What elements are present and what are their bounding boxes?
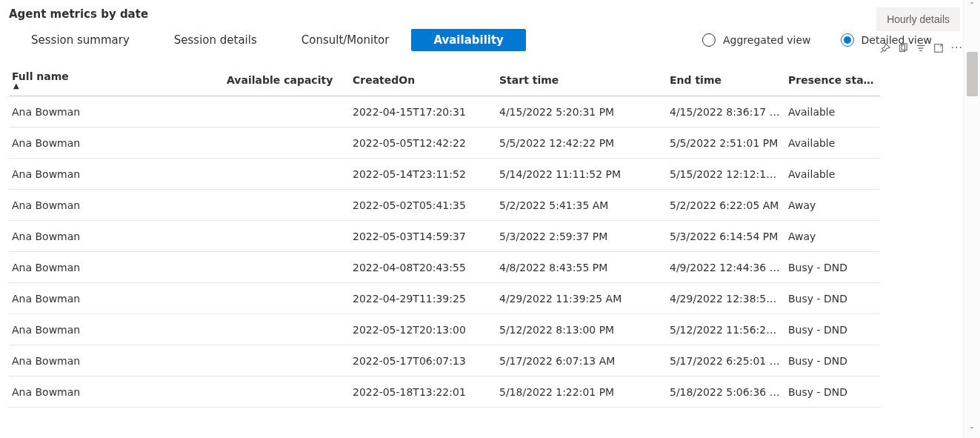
- cell-full-name: Ana Bowman: [9, 324, 224, 336]
- cell-full-name: Ana Bowman: [9, 230, 224, 242]
- cell-start-time: 5/17/2022 6:07:13 AM: [496, 355, 667, 367]
- cell-createdon: 2022-05-05T12:42:22: [350, 137, 496, 149]
- cell-end-time: 5/17/2022 6:25:01 AM: [667, 355, 785, 367]
- table-row[interactable]: Ana Bowman2022-05-05T12:42:225/5/2022 12…: [9, 127, 880, 159]
- col-header-presence-status[interactable]: Presence status: [785, 74, 880, 86]
- cell-createdon: 2022-04-08T20:43:55: [350, 262, 496, 273]
- cell-start-time: 5/18/2022 1:22:01 PM: [496, 386, 667, 398]
- cell-presence-status: Busy - DND: [785, 324, 880, 336]
- scroll-down-icon[interactable]: ˇ: [964, 426, 980, 437]
- pin-icon[interactable]: [880, 43, 890, 53]
- sort-ascending-icon: ▲: [12, 82, 221, 90]
- cell-presence-status: Available: [785, 106, 880, 118]
- tab-session-summary[interactable]: Session summary: [9, 29, 152, 51]
- col-header-start-time[interactable]: Start time: [496, 74, 667, 86]
- cell-presence-status: Busy - DND: [785, 386, 880, 398]
- cell-presence-status: Away: [785, 230, 880, 242]
- cell-end-time: 5/2/2022 6:22:05 AM: [667, 199, 785, 211]
- cell-createdon: 2022-04-15T17:20:31: [350, 106, 496, 118]
- availability-table: Full name ▲ Available capacity CreatedOn…: [9, 64, 880, 408]
- cell-createdon: 2022-05-02T05:41:35: [350, 199, 496, 211]
- cell-full-name: Ana Bowman: [9, 262, 224, 273]
- cell-full-name: Ana Bowman: [9, 355, 224, 367]
- cell-end-time: 4/15/2022 8:36:17 PM: [667, 106, 785, 118]
- more-options-icon[interactable]: ···: [951, 42, 963, 55]
- cell-createdon: 2022-05-14T23:11:52: [350, 168, 496, 180]
- cell-end-time: 4/29/2022 12:38:53 PM: [667, 293, 785, 305]
- cell-presence-status: Busy - DND: [785, 355, 880, 367]
- scroll-up-icon[interactable]: ˆ: [964, 1, 980, 12]
- cell-presence-status: Busy - DND: [785, 262, 880, 273]
- cell-end-time: 5/15/2022 12:12:19 AM: [667, 168, 785, 180]
- cell-full-name: Ana Bowman: [9, 106, 224, 118]
- col-header-end-time[interactable]: End time: [667, 74, 785, 86]
- cell-start-time: 5/14/2022 11:11:52 PM: [496, 168, 667, 180]
- cell-full-name: Ana Bowman: [9, 386, 224, 398]
- table-row[interactable]: Ana Bowman2022-04-08T20:43:554/8/2022 8:…: [9, 252, 880, 283]
- col-header-available-capacity[interactable]: Available capacity: [224, 74, 350, 86]
- tab-session-details[interactable]: Session details: [152, 29, 279, 51]
- filter-icon[interactable]: [916, 43, 926, 53]
- cell-start-time: 5/2/2022 5:41:35 AM: [496, 199, 667, 211]
- visual-action-bar: ···: [880, 42, 963, 55]
- scroll-thumb[interactable]: [967, 52, 978, 96]
- tab-consult-monitor[interactable]: Consult/Monitor: [279, 29, 412, 51]
- table-header-row: Full name ▲ Available capacity CreatedOn…: [9, 64, 880, 96]
- table-row[interactable]: Ana Bowman2022-05-18T13:22:015/18/2022 1…: [9, 376, 880, 408]
- aggregated-view-radio[interactable]: Aggregated view: [702, 33, 811, 47]
- cell-createdon: 2022-05-18T13:22:01: [350, 386, 496, 398]
- cell-createdon: 2022-05-03T14:59:37: [350, 230, 496, 242]
- cell-createdon: 2022-05-17T06:07:13: [350, 355, 496, 367]
- cell-start-time: 5/12/2022 8:13:00 PM: [496, 324, 667, 336]
- cell-start-time: 4/29/2022 11:39:25 AM: [496, 293, 667, 305]
- table-row[interactable]: Ana Bowman2022-05-14T23:11:525/14/2022 1…: [9, 159, 880, 190]
- radio-icon: [702, 33, 716, 47]
- cell-start-time: 4/8/2022 8:43:55 PM: [496, 262, 667, 273]
- cell-full-name: Ana Bowman: [9, 293, 224, 305]
- radio-icon: [841, 33, 854, 47]
- cell-end-time: 5/12/2022 11:56:20 PM: [667, 324, 785, 336]
- cell-presence-status: Away: [785, 199, 880, 211]
- cell-end-time: 5/3/2022 6:14:54 PM: [667, 230, 785, 242]
- table-row[interactable]: Ana Bowman2022-05-12T20:13:005/12/2022 8…: [9, 314, 880, 345]
- table-row[interactable]: Ana Bowman2022-05-17T06:07:135/17/2022 6…: [9, 345, 880, 376]
- cell-end-time: 4/9/2022 12:44:36 AM: [667, 262, 785, 273]
- table-row[interactable]: Ana Bowman2022-05-02T05:41:355/2/2022 5:…: [9, 190, 880, 221]
- cell-start-time: 5/3/2022 2:59:37 PM: [496, 230, 667, 242]
- cell-start-time: 4/15/2022 5:20:31 PM: [496, 106, 667, 118]
- cell-createdon: 2022-05-12T20:13:00: [350, 324, 496, 336]
- col-header-createdon[interactable]: CreatedOn: [350, 74, 496, 86]
- cell-presence-status: Available: [785, 137, 880, 149]
- col-header-full-name[interactable]: Full name ▲: [9, 70, 224, 90]
- cell-full-name: Ana Bowman: [9, 137, 224, 149]
- cell-full-name: Ana Bowman: [9, 199, 224, 211]
- cell-presence-status: Busy - DND: [785, 293, 880, 305]
- cell-presence-status: Available: [785, 168, 880, 180]
- radio-label: Aggregated view: [723, 34, 811, 46]
- vertical-scrollbar[interactable]: ˆ ˇ: [963, 0, 980, 438]
- tab-availability[interactable]: Availability: [411, 29, 526, 51]
- metrics-tabs: Session summarySession detailsConsult/Mo…: [9, 29, 526, 51]
- cell-createdon: 2022-04-29T11:39:25: [350, 293, 496, 305]
- hourly-details-button[interactable]: Hourly details: [876, 7, 960, 31]
- table-row[interactable]: Ana Bowman2022-04-29T11:39:254/29/2022 1…: [9, 283, 880, 314]
- copy-icon[interactable]: [898, 43, 908, 53]
- cell-end-time: 5/5/2022 2:51:01 PM: [667, 137, 785, 149]
- page-title: Agent metrics by date: [9, 3, 954, 22]
- table-row[interactable]: Ana Bowman2022-05-03T14:59:375/3/2022 2:…: [9, 221, 880, 252]
- table-row[interactable]: Ana Bowman2022-04-15T17:20:314/15/2022 5…: [9, 96, 880, 127]
- col-header-label: Full name: [12, 70, 69, 82]
- focus-mode-icon[interactable]: [933, 43, 944, 53]
- cell-end-time: 5/18/2022 5:06:36 PM: [667, 386, 785, 398]
- cell-start-time: 5/5/2022 12:42:22 PM: [496, 137, 667, 149]
- cell-full-name: Ana Bowman: [9, 168, 224, 180]
